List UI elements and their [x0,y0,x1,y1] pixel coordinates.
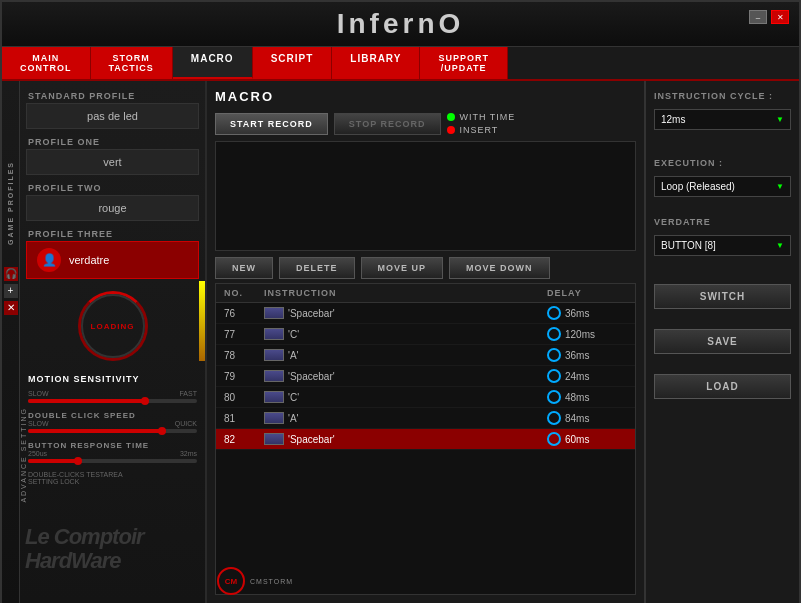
move-up-button[interactable]: MOVE UP [361,257,444,279]
standard-profile-item[interactable]: pas de led [26,103,199,129]
tab-support[interactable]: SUPPORT/UPDATE [420,47,508,79]
tab-library[interactable]: LIBRARY [332,47,420,79]
action-buttons: NEW DELETE MOVE UP MOVE DOWN [215,257,636,279]
nav-tabs: MAINCONTROL STORMTACTICS MACRO SCRIPT LI… [2,47,799,81]
insert-option[interactable]: INSERT [447,125,516,135]
watermark: Le Comptoir HardWare [25,525,144,573]
btn-response-slider-thumb[interactable] [74,457,82,465]
content-area: MACRO START RECORD STOP RECORD WITH TIME… [207,81,644,603]
motion-slider-thumb[interactable] [141,397,149,405]
logo-text: CmSTORM [250,578,293,585]
profile-one-item[interactable]: vert [26,149,199,175]
save-button[interactable]: SAVE [654,329,791,354]
delay-icon [547,432,561,446]
cell-no: 80 [224,392,264,403]
execution-value: Loop (Released) [661,181,735,192]
delay-icon [547,348,561,362]
execution-sub-label: verdatre [654,217,791,227]
col-instruction: INSTRUCTION [264,288,547,298]
select-arrow-icon: ▼ [776,115,784,124]
with-time-label: WITH TIME [460,112,516,122]
delay-icon [547,390,561,404]
table-row[interactable]: 78 'A' 36ms [216,345,635,366]
move-down-button[interactable]: MOVE DOWN [449,257,550,279]
key-icon [264,412,284,424]
with-time-dot [447,113,455,121]
profile-two-item[interactable]: rouge [26,195,199,221]
cell-no: 76 [224,308,264,319]
right-panel: INSTRUCTION CYCLE : 12ms ▼ EXECUTION : L… [644,81,799,603]
table-row-selected[interactable]: 82 'Spacebar' 60ms [216,429,635,450]
tab-script[interactable]: SCRIPT [253,47,333,79]
btn-response-label: BUTTON RESPONSE TIME [28,441,197,450]
select-arrow-icon2: ▼ [776,182,784,191]
cell-delay: 36ms [547,348,627,362]
slow-label: SLOW [28,390,49,397]
instruction-cycle-label: INSTRUCTION CYCLE : [654,91,791,101]
instruction-cycle-select[interactable]: 12ms ▼ [654,109,791,130]
app-container: InfernO – ✕ MAINCONTROL STORMTACTICS MAC… [0,0,801,603]
key-icon [264,370,284,382]
cell-instruction: 'C' [264,391,547,403]
loading-text: LOADING [91,322,135,331]
table-row[interactable]: 79 'Spacebar' 24ms [216,366,635,387]
with-time-option[interactable]: WITH TIME [447,112,516,122]
minimize-button[interactable]: – [749,10,767,24]
cell-no: 78 [224,350,264,361]
insert-dot [447,126,455,134]
sidebar-main: STANDARD PROFILE pas de led PROFILE ONE … [20,81,207,603]
motion-slider-track[interactable] [28,399,197,403]
start-record-button[interactable]: START RECORD [215,113,328,135]
logo-circle: CM [217,567,245,595]
instruction-cycle-value: 12ms [661,114,685,125]
delay-icon [547,369,561,383]
sidebar-stripe: GAME PROFILES 🎧 + ✕ [2,81,20,603]
standard-profile-label: STANDARD PROFILE [26,87,199,103]
double-click-slider-row: SLOW QUICK [28,420,197,433]
tab-macro[interactable]: MACRO [173,47,253,79]
slow-label2: SLOW [28,420,49,427]
record-row: START RECORD STOP RECORD WITH TIME INSER… [215,112,636,135]
delete-icon[interactable]: ✕ [4,301,18,315]
advance-setting-label: ADVANCE SETTING [20,407,27,503]
new-button[interactable]: NEW [215,257,273,279]
table-row[interactable]: 76 'Spacebar' 36ms [216,303,635,324]
delete-button[interactable]: DELETE [279,257,355,279]
tab-main-control[interactable]: MAINCONTROL [2,47,91,79]
switch-button[interactable]: SWITCH [654,284,791,309]
delay-icon [547,306,561,320]
btn-val2: 32ms [180,450,197,457]
insert-label: INSERT [460,125,499,135]
double-click-slider-track[interactable] [28,429,197,433]
cell-instruction: 'A' [264,412,547,424]
double-click-slider-thumb[interactable] [158,427,166,435]
cell-instruction: 'Spacebar' [264,307,547,319]
cell-instruction: 'C' [264,328,547,340]
motion-title: MOTION SENSITIVITY [28,374,197,384]
execution-sub-select[interactable]: BUTTON [8] ▼ [654,235,791,256]
load-button[interactable]: LOAD [654,374,791,399]
watermark-line2: HardWare [25,549,144,573]
key-icon [264,328,284,340]
select-arrow-icon3: ▼ [776,241,784,250]
title-bar: InfernO – ✕ [2,2,799,47]
execution-select[interactable]: Loop (Released) ▼ [654,176,791,197]
profile-three-item[interactable]: 👤 verdatre [26,241,199,279]
cell-delay: 24ms [547,369,627,383]
close-button[interactable]: ✕ [771,10,789,24]
double-click-testarea: DOUBLE-CLICKS TESTAREA [28,471,197,478]
cell-delay: 84ms [547,411,627,425]
key-icon [264,391,284,403]
setting-lock: SETTING LOCK [28,478,197,485]
motion-section: MOTION SENSITIVITY SLOW FAST DOUBLE CLIC… [26,369,199,490]
btn-response-slider-track[interactable] [28,459,197,463]
options-row: WITH TIME INSERT [447,112,516,135]
table-row[interactable]: 81 'A' 84ms [216,408,635,429]
headphones-icon: 🎧 [4,267,18,281]
table-row[interactable]: 80 'C' 48ms [216,387,635,408]
stop-record-button[interactable]: STOP RECORD [334,113,441,135]
profile-three-label: PROFILE THREE [26,225,199,241]
table-row[interactable]: 77 'C' 120ms [216,324,635,345]
plus-icon[interactable]: + [4,284,18,298]
tab-storm-tactics[interactable]: STORMTACTICS [91,47,173,79]
